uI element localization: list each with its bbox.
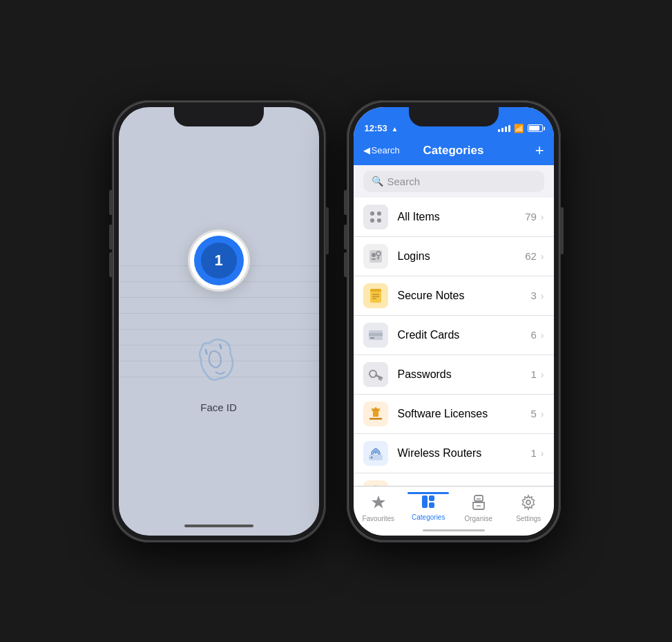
- time: 12:53: [365, 123, 387, 133]
- all-items-icon: [363, 205, 388, 229]
- svg-point-27: [374, 451, 376, 453]
- svg-point-36: [526, 500, 530, 504]
- svg-rect-13: [370, 289, 381, 292]
- svg-point-4: [370, 218, 374, 223]
- svg-rect-8: [372, 258, 376, 260]
- home-indicator-right: [423, 529, 485, 531]
- notes-icon: [363, 283, 388, 308]
- categories-list: All Items 79 ›: [354, 198, 554, 486]
- right-notch: [409, 107, 499, 126]
- svg-rect-32: [429, 495, 434, 501]
- right-phone: 12:53 ▲ 📶: [347, 100, 561, 542]
- wifi-icon: 📶: [514, 124, 524, 133]
- battery-icon: [528, 124, 543, 132]
- svg-rect-31: [422, 495, 428, 508]
- wireless-icon: [363, 441, 388, 466]
- status-right: 📶: [498, 124, 543, 133]
- passwords-icon: [363, 362, 388, 387]
- search-input[interactable]: 🔍 Search: [363, 171, 544, 192]
- back-button[interactable]: ◀ Search: [363, 145, 400, 155]
- software-count: 5: [530, 408, 536, 419]
- svg-rect-19: [370, 337, 374, 339]
- left-notch: [174, 107, 264, 126]
- svg-line-0: [205, 350, 207, 354]
- search-placeholder: Search: [387, 176, 421, 187]
- all-items-count: 79: [525, 211, 537, 223]
- svg-point-7: [372, 253, 376, 257]
- tab-settings[interactable]: Settings: [503, 492, 554, 522]
- home-indicator: [184, 525, 253, 527]
- logins-label: Logins: [398, 250, 526, 263]
- face-id-screen: 1: [119, 107, 319, 536]
- wireless-label: Wireless Routers: [398, 447, 531, 460]
- software-icon: [363, 402, 388, 426]
- all-items-label: All Items: [398, 211, 526, 223]
- right-phone-screen: 12:53 ▲ 📶: [354, 107, 554, 536]
- wireless-chevron: ›: [541, 448, 544, 459]
- category-wireless-routers[interactable]: Wireless Routers 1 ›: [354, 434, 554, 473]
- tab-bar: Favourites Categories: [354, 486, 554, 536]
- category-all-items[interactable]: All Items 79 ›: [354, 198, 554, 237]
- category-credit-cards[interactable]: Credit Cards 6 ›: [354, 316, 554, 355]
- svg-point-20: [369, 370, 376, 377]
- passwords-count: 1: [530, 368, 536, 380]
- category-secure-notes[interactable]: Secure Notes 3 ›: [354, 276, 554, 316]
- left-phone: 1: [112, 100, 326, 542]
- logo-ring: 1: [194, 236, 244, 285]
- software-label: Software Licenses: [398, 408, 531, 420]
- favourites-icon: [370, 494, 387, 515]
- search-bar-container: 🔍 Search: [354, 165, 554, 198]
- categories-screen: 12:53 ▲ 📶: [354, 107, 554, 536]
- svg-rect-33: [429, 502, 434, 508]
- all-items-chevron: ›: [541, 211, 544, 223]
- nav-title: Categories: [423, 144, 484, 158]
- tab-categories[interactable]: Categories: [403, 492, 454, 521]
- notes-chevron: ›: [541, 290, 544, 301]
- passwords-chevron: ›: [541, 369, 544, 380]
- settings-label: Settings: [516, 515, 541, 522]
- notes-label: Secure Notes: [398, 290, 531, 302]
- favourites-label: Favourites: [362, 515, 394, 522]
- cc-icon: [363, 323, 388, 348]
- organise-icon: [470, 494, 487, 515]
- notes-count: 3: [530, 290, 536, 301]
- signal-bars: [498, 125, 510, 132]
- software-chevron: ›: [541, 408, 544, 419]
- passwords-label: Passwords: [398, 368, 531, 381]
- face-id-scan-icon: [187, 328, 250, 401]
- svg-point-3: [377, 211, 381, 216]
- nav-bar: ◀ Search Categories +: [354, 136, 554, 165]
- svg-point-5: [377, 218, 381, 223]
- categories-active-indicator: [407, 492, 449, 494]
- app-logo: 1: [188, 229, 250, 292]
- left-phone-screen: 1: [119, 107, 319, 536]
- wireless-count: 1: [530, 447, 536, 459]
- cc-label: Credit Cards: [398, 329, 531, 341]
- face-id-label: Face ID: [200, 402, 237, 413]
- cc-chevron: ›: [541, 330, 544, 341]
- logo-container: 1: [188, 229, 250, 292]
- categories-icon: [421, 494, 436, 513]
- svg-rect-18: [369, 333, 383, 336]
- logins-count: 62: [525, 250, 537, 262]
- svg-point-2: [370, 211, 374, 216]
- logins-icon: [363, 244, 388, 269]
- cc-count: 6: [530, 329, 536, 341]
- search-icon: 🔍: [372, 176, 383, 187]
- tab-favourites[interactable]: Favourites: [354, 492, 404, 522]
- back-label: Search: [372, 145, 400, 155]
- logins-chevron: ›: [541, 251, 544, 262]
- svg-point-26: [370, 456, 372, 458]
- back-chevron: ◀: [363, 145, 370, 155]
- location-icon: ▲: [391, 125, 398, 133]
- category-software-licenses[interactable]: Software Licenses 5 ›: [354, 395, 554, 434]
- face-id-area: Face ID: [195, 333, 243, 413]
- category-bank-accounts[interactable]: $ Bank Accounts 1 ›: [354, 473, 554, 486]
- categories-label: Categories: [412, 513, 445, 521]
- tab-organise[interactable]: Organise: [454, 492, 504, 522]
- category-passwords[interactable]: Passwords 1 ›: [354, 355, 554, 395]
- settings-icon: [520, 494, 537, 515]
- logo-key: 1: [201, 243, 237, 278]
- category-logins[interactable]: Logins 62 ›: [354, 237, 554, 276]
- add-button[interactable]: +: [535, 142, 544, 160]
